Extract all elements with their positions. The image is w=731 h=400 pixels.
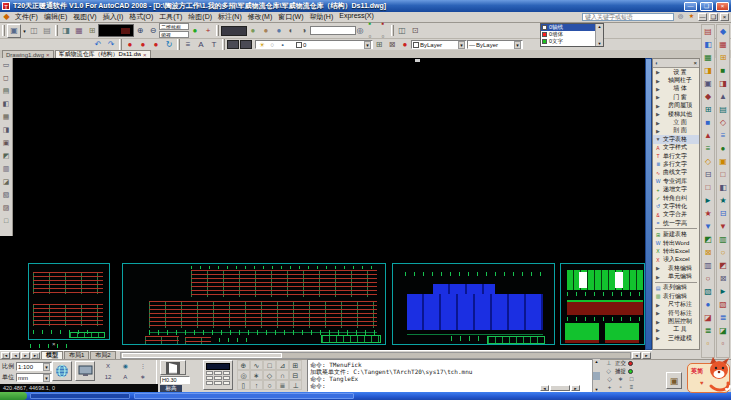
- menu-item[interactable]: 插入(I): [100, 12, 127, 22]
- command-hscroll[interactable]: ◄ ►: [540, 385, 590, 391]
- scrollbar-thumb[interactable]: [550, 385, 570, 391]
- tool-icon[interactable]: ●: [717, 142, 729, 155]
- menu-item[interactable]: 工具(T): [156, 12, 185, 22]
- add-icon[interactable]: +: [202, 25, 214, 37]
- layer-on-icon[interactable]: ☀: [257, 41, 267, 49]
- tool-icon[interactable]: ◨: [702, 64, 714, 77]
- taskbar-item-active[interactable]: [30, 393, 130, 399]
- tool-icon[interactable]: ▤: [717, 103, 729, 116]
- dropdown-arrow-icon[interactable]: ▾: [458, 41, 465, 49]
- material-search-field[interactable]: [310, 26, 356, 35]
- scale-combo[interactable]: 1:100▾: [16, 362, 52, 371]
- scrollbar-thumb[interactable]: [122, 353, 282, 358]
- tool-icon[interactable]: ◆: [717, 25, 729, 38]
- tool-icon[interactable]: ▫: [615, 383, 626, 391]
- menu-item[interactable]: 窗口(W): [275, 12, 306, 22]
- tool-icon[interactable]: □: [717, 168, 729, 181]
- globe-button[interactable]: [52, 361, 72, 381]
- tool-icon[interactable]: ▯: [237, 380, 250, 390]
- tool-icon[interactable]: ▭: [1, 58, 12, 71]
- tool-icon[interactable]: ⊞: [717, 51, 729, 64]
- tool-icon[interactable]: ⊞: [289, 360, 302, 370]
- layer-freeze-icon[interactable]: ○: [267, 41, 277, 49]
- menu-item[interactable]: 格式(O): [126, 12, 156, 22]
- tool-icon[interactable]: ►: [717, 285, 729, 298]
- palette-tool-icon[interactable]: ▣: [8, 25, 20, 37]
- tool-icon[interactable]: □: [1, 214, 12, 227]
- tool-icon[interactable]: ◩: [717, 259, 729, 272]
- redo-icon[interactable]: ↷: [105, 40, 117, 50]
- tool-icon[interactable]: ◧: [1, 97, 12, 110]
- layer-list-row[interactable]: 0文字: [541, 38, 595, 45]
- tool-icon[interactable]: ◇: [604, 375, 615, 383]
- text-icon[interactable]: T: [208, 40, 220, 50]
- status-off-icon[interactable]: ▪: [377, 18, 389, 30]
- mdi-close-button[interactable]: ×: [720, 13, 729, 21]
- tool-icon[interactable]: ◇: [263, 370, 276, 380]
- scroll-up-icon[interactable]: ▲: [596, 24, 603, 29]
- tool-icon[interactable]: ▣: [1, 136, 12, 149]
- display-button[interactable]: [75, 361, 95, 381]
- tool-icon[interactable]: ⊟: [289, 370, 302, 380]
- record-icon[interactable]: ●: [137, 40, 149, 50]
- tool-icon[interactable]: ■: [702, 116, 714, 129]
- scroll-left-icon[interactable]: ◄: [540, 385, 549, 391]
- tool-icon[interactable]: ∩: [276, 370, 289, 380]
- zoom-in-icon[interactable]: ⊕: [134, 25, 146, 37]
- tool-icon[interactable]: A: [117, 372, 133, 383]
- scroll-right-icon[interactable]: ►: [642, 352, 651, 359]
- menu-item[interactable]: 视图(V): [70, 12, 99, 22]
- tool-icon[interactable]: ▨: [1, 201, 12, 214]
- favorites-star-icon[interactable]: ★: [687, 13, 696, 21]
- tool-icon[interactable]: ◧: [717, 181, 729, 194]
- tool-icon[interactable]: ≡: [717, 129, 729, 142]
- door-height-field[interactable]: H0.30: [160, 376, 190, 384]
- color-combo[interactable]: ByLayer ▾: [411, 40, 467, 49]
- tool-icon[interactable]: ■: [717, 64, 729, 77]
- palette-item[interactable]: ▶单元编辑: [653, 272, 699, 280]
- toolbar-grip[interactable]: [177, 39, 180, 50]
- tool-icon[interactable]: ◨: [1, 123, 12, 136]
- layer-combo[interactable]: ☀○▪ 0 ▾: [255, 40, 373, 49]
- tool-icon[interactable]: ▼: [702, 220, 714, 233]
- mdi-restore-button[interactable]: ❏: [709, 13, 718, 21]
- tool-icon[interactable]: ▼: [717, 220, 729, 233]
- workspace-button[interactable]: [221, 26, 247, 36]
- tool-icon[interactable]: ◪: [702, 311, 714, 324]
- tool-icon[interactable]: ★: [717, 194, 729, 207]
- tool-icon[interactable]: ◧: [702, 38, 714, 51]
- layout2-tab[interactable]: 布局2: [90, 351, 115, 359]
- toolbar-grip[interactable]: [222, 39, 225, 50]
- dropdown-arrow-icon[interactable]: ▾: [43, 374, 50, 382]
- tool-icon[interactable]: ◨: [717, 77, 729, 90]
- dropdown-arrow-icon[interactable]: ▾: [43, 363, 50, 371]
- menu-item[interactable]: 绘图(D): [185, 12, 215, 22]
- tool-icon[interactable]: +: [604, 383, 615, 391]
- menu-item[interactable]: 编辑(E): [41, 12, 70, 22]
- command-scrollbar[interactable]: ▲▼: [592, 359, 600, 392]
- menu-item[interactable]: 文件(F): [12, 12, 41, 22]
- prev-tab-button[interactable]: ◄: [11, 352, 20, 359]
- search-icon[interactable]: ◎: [356, 25, 364, 37]
- tool-icon[interactable]: ○: [717, 246, 729, 259]
- tool-icon[interactable]: ▦: [717, 38, 729, 51]
- taskbar-item[interactable]: [134, 393, 354, 399]
- tool-icon[interactable]: ◎: [237, 370, 250, 380]
- tool-icon[interactable]: ▤: [1, 84, 12, 97]
- unit-combo[interactable]: mm▾: [16, 373, 52, 382]
- new-icon[interactable]: ◫: [28, 25, 40, 37]
- visual-style-combo[interactable]: 俯视: [159, 31, 189, 38]
- table-icon[interactable]: ⊞: [373, 40, 385, 50]
- layer-list-scrollbar[interactable]: ▲▼: [595, 24, 603, 46]
- scrollbar-thumb[interactable]: [593, 372, 600, 380]
- tool-icon[interactable]: ○: [263, 380, 276, 390]
- toolbar-grip[interactable]: [119, 39, 122, 50]
- door-button[interactable]: [160, 360, 186, 375]
- status-on-icon[interactable]: ▪: [364, 18, 376, 30]
- layer-list-row[interactable]: 0墙体: [541, 31, 595, 38]
- palette-item[interactable]: =统一字高: [653, 219, 699, 227]
- dropdown-arrow-icon[interactable]: ▾: [364, 41, 371, 49]
- tool-icon[interactable]: ≡: [702, 142, 714, 155]
- tool-icon[interactable]: ◇: [702, 155, 714, 168]
- record-icon[interactable]: ●: [124, 40, 136, 50]
